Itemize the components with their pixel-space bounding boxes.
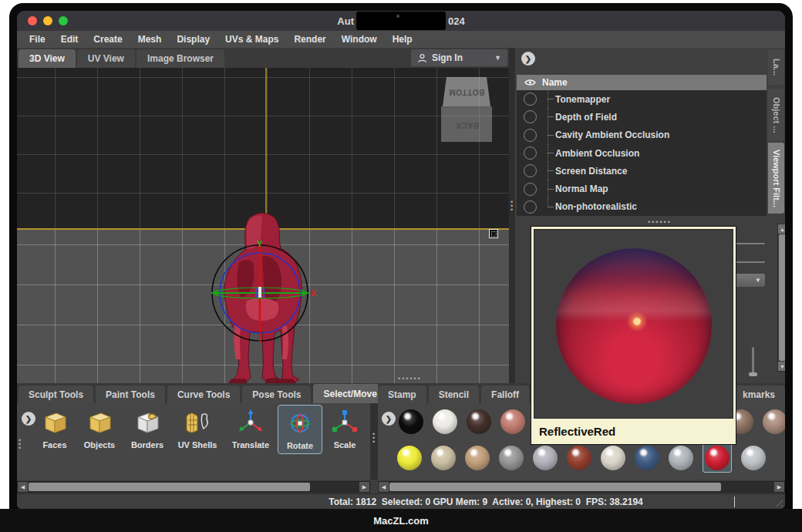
camera-dot xyxy=(396,15,399,18)
tab-stamp[interactable]: Stamp xyxy=(378,386,426,403)
menu-item-create[interactable]: Create xyxy=(86,34,130,45)
visibility-toggle[interactable] xyxy=(524,93,537,106)
bottom-panel-splitter[interactable]: ••• xyxy=(370,403,378,480)
material-swatch[interactable] xyxy=(601,446,625,470)
slider-knob[interactable] xyxy=(749,372,757,376)
tool-scale[interactable]: Scale xyxy=(322,407,367,450)
menu-item-uvs-maps[interactable]: UVs & Maps xyxy=(217,34,286,45)
vertical-slider[interactable] xyxy=(752,347,754,376)
splitter-dots[interactable]: ••• xyxy=(511,200,514,212)
visibility-toggle[interactable] xyxy=(524,183,537,196)
material-swatch[interactable] xyxy=(763,409,785,434)
scroll-up-arrow[interactable]: ▲ xyxy=(778,224,785,234)
scroll-right-arrow[interactable]: ▶ xyxy=(774,482,784,492)
tab-falloff[interactable]: Falloff xyxy=(481,386,529,403)
splitter-dots[interactable]: ••• xyxy=(19,439,22,450)
tab-pose-tools[interactable]: Pose Tools xyxy=(242,386,311,403)
material-swatch-row-2 xyxy=(397,443,766,473)
tab-sculpt-tools[interactable]: Sculpt Tools xyxy=(19,386,93,403)
menu-item-help[interactable]: Help xyxy=(385,34,420,45)
material-swatch[interactable] xyxy=(669,446,693,470)
visibility-toggle[interactable] xyxy=(524,110,537,123)
vertical-splitter[interactable]: ••• xyxy=(509,48,515,383)
material-swatch[interactable] xyxy=(433,409,457,434)
material-preview-name: ReflectiveRed xyxy=(534,419,735,443)
tool-translate[interactable]: Translate xyxy=(228,407,273,450)
scroll-left-arrow[interactable]: ◀ xyxy=(18,482,28,492)
right-horizontal-scrollbar[interactable]: ◀ ▶ xyxy=(378,481,785,493)
tab-image-browser[interactable]: Image Browser xyxy=(136,49,224,68)
status-bar: Total: 1812 Selected: 0 GPU Mem: 9 Activ… xyxy=(17,493,785,509)
panel-expand-button[interactable]: ❯ xyxy=(521,52,535,66)
menu-item-edit[interactable]: Edit xyxy=(53,34,86,45)
side-tab-0[interactable]: La... xyxy=(768,49,784,85)
side-tab-2[interactable]: Viewport Filt... xyxy=(768,143,784,214)
menu-item-mesh[interactable]: Mesh xyxy=(130,34,170,45)
tab-paint-tools[interactable]: Paint Tools xyxy=(96,386,165,403)
material-swatch[interactable] xyxy=(500,409,525,434)
material-swatch[interactable] xyxy=(533,446,558,470)
tool-faces[interactable]: Faces xyxy=(32,407,77,450)
viewport-resize-handle[interactable] xyxy=(489,229,498,238)
menu-item-window[interactable]: Window xyxy=(334,34,385,45)
visibility-toggle[interactable] xyxy=(524,146,537,160)
material-swatch[interactable] xyxy=(465,446,490,470)
tool-objects[interactable]: Objects xyxy=(77,407,122,450)
selected-material-swatch[interactable] xyxy=(703,443,732,473)
tab-stencil[interactable]: Stencil xyxy=(429,386,479,403)
scene-list-row[interactable]: Non-photorealistic xyxy=(517,198,767,216)
material-swatch[interactable] xyxy=(567,446,591,470)
tab-3d-view[interactable]: 3D View xyxy=(19,49,76,68)
visibility-toggle[interactable] xyxy=(524,129,537,142)
tool-borders[interactable]: Borders xyxy=(125,407,170,450)
scroll-down-arrow[interactable]: ▼ xyxy=(778,362,785,371)
scene-list-row[interactable]: Normal Map xyxy=(517,180,767,197)
tool-rotate[interactable]: Rotate xyxy=(278,405,322,454)
view-cube-bottom-face[interactable]: BOTTOM xyxy=(443,77,490,106)
scene-list-row[interactable]: Screen Distance xyxy=(517,162,767,180)
scroll-right-arrow[interactable]: ▶ xyxy=(359,482,369,492)
scene-list-row[interactable]: Cavity Ambient Occlusion xyxy=(517,126,767,144)
view-cube-gizmo[interactable]: BOTTOM BACK xyxy=(441,77,494,142)
tool-uv-shells[interactable]: UV Shells xyxy=(175,407,220,450)
sign-in-button[interactable]: Sign In ▼ xyxy=(411,49,507,66)
menu-item-file[interactable]: File xyxy=(22,34,53,45)
view-cube-back-face[interactable]: BACK xyxy=(441,106,492,142)
left-horizontal-scrollbar[interactable]: ◀ ▶ xyxy=(17,481,370,493)
material-swatch[interactable] xyxy=(467,409,491,434)
tray-expand-right-button[interactable]: ❯ xyxy=(382,412,396,426)
material-swatch[interactable] xyxy=(397,446,422,470)
visibility-toggle[interactable] xyxy=(524,200,537,214)
scrollbar-thumb[interactable] xyxy=(779,234,785,361)
tab-curve-tools[interactable]: Curve Tools xyxy=(167,386,240,403)
tab-uv-view[interactable]: UV View xyxy=(77,49,135,68)
material-swatch[interactable] xyxy=(399,409,423,434)
scroll-left-arrow[interactable]: ◀ xyxy=(379,482,389,492)
scene-list-row[interactable]: Ambient Occlusion xyxy=(517,144,767,162)
material-swatch[interactable] xyxy=(705,446,730,470)
menu-item-display[interactable]: Display xyxy=(169,34,217,45)
material-swatch[interactable] xyxy=(635,446,659,470)
viewport-3d[interactable]: BOTTOM BACK xyxy=(17,68,509,383)
rotate-manipulator[interactable]: Y X xyxy=(183,216,337,370)
splitter-dots[interactable]: •••••• xyxy=(648,221,672,224)
side-tab-1[interactable]: Object ... xyxy=(768,89,784,141)
menu-bar: FileEditCreateMeshDisplayUVs & MapsRende… xyxy=(17,31,785,48)
visibility-toggle[interactable] xyxy=(524,164,537,177)
material-swatch[interactable] xyxy=(499,446,524,470)
window-resize-grip[interactable] xyxy=(773,497,783,507)
user-icon xyxy=(417,53,427,63)
rotate-icon xyxy=(285,408,315,439)
status-caret xyxy=(734,497,735,507)
tab-bookmarks[interactable]: kmarks xyxy=(733,386,785,403)
vertical-scrollbar[interactable]: ▲ ▼ xyxy=(777,224,785,372)
scene-list-row[interactable]: Tonemapper xyxy=(517,90,767,108)
material-swatch[interactable] xyxy=(741,446,766,470)
material-swatch[interactable] xyxy=(431,446,456,470)
menu-item-render[interactable]: Render xyxy=(286,34,333,45)
scene-list-row[interactable]: Depth of Field xyxy=(517,108,767,126)
splitter-dots[interactable]: •••••• xyxy=(398,377,422,380)
scrollbar-thumb[interactable] xyxy=(389,483,721,491)
scrollbar-thumb[interactable] xyxy=(29,483,310,491)
splitter-dots[interactable]: ••• xyxy=(372,433,376,444)
